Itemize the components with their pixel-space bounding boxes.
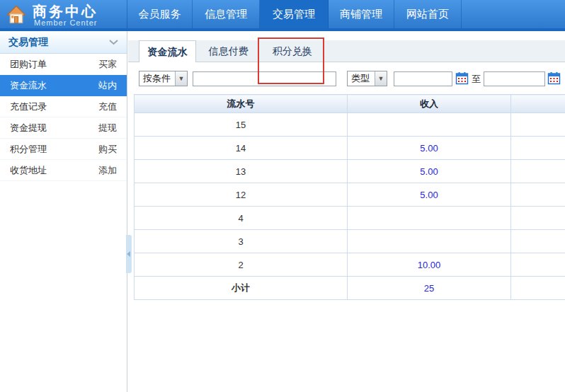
income-cell: 5.00 [348,183,511,207]
calendar-icon[interactable] [455,71,469,85]
sidebar: 交易管理 团购订单买家资金流水站内充值记录充值资金提现提现积分管理购买收货地址添… [0,31,127,392]
table-row: 15 [135,113,565,137]
nav-item[interactable]: 交易管理 [260,0,329,28]
serial-cell: 4 [135,207,348,230]
top-nav: 会员服务信息管理交易管理商铺管理网站首页 [127,0,462,28]
subtotal-label: 小计 [135,277,348,300]
tab-fund-flow[interactable]: 资金流水 [139,40,196,62]
sidebar-header[interactable]: 交易管理 [0,31,127,54]
sidebar-item[interactable]: 积分管理购买 [0,139,127,160]
nav-item[interactable]: 信息管理 [193,0,260,28]
serial-cell: 13 [135,160,348,183]
tab-points-exchange[interactable]: 积分兑换 [261,40,324,62]
serial-cell: 3 [135,230,348,253]
sidebar-item[interactable]: 收货地址添加 [0,160,127,181]
condition-select[interactable]: 按条件 ▼ [139,71,188,86]
column-header: 收入 [348,95,511,113]
extra-cell [511,183,565,207]
tab-bar: 资金流水信息付费积分兑换 [128,40,565,62]
date-to-input[interactable] [484,71,545,86]
date-from-input[interactable] [394,71,452,86]
income-cell [348,113,511,137]
column-header [511,95,565,113]
nav-item[interactable]: 会员服务 [127,0,193,28]
extra-cell [511,253,565,277]
sidebar-item-tag: 提现 [98,122,117,134]
table-row: 3 [135,230,565,253]
serial-cell: 2 [135,253,348,277]
sidebar-item[interactable]: 资金流水站内 [0,75,127,96]
tab-info-pay[interactable]: 信息付费 [196,40,261,62]
nav-item[interactable]: 网站首页 [394,0,462,28]
chevron-down-icon: ▼ [375,71,387,86]
table-row: 4 [135,207,565,230]
sidebar-item-tag: 买家 [98,58,117,71]
sidebar-title: 交易管理 [8,36,48,49]
extra-cell [511,277,565,300]
date-range-to-label: 至 [472,73,481,86]
type-select-label: 类型 [351,72,370,85]
nav-item[interactable]: 商铺管理 [329,0,394,28]
fund-flow-table: 流水号收入 15145.00135.00125.0043210.00小计25 [134,94,565,300]
table-header: 流水号收入 [135,95,565,113]
app-subtitle: Member Center [34,18,97,27]
income-cell: 10.00 [348,253,511,277]
serial-cell: 14 [135,137,348,160]
column-header: 流水号 [135,95,348,113]
sidebar-item-label: 积分管理 [10,143,47,156]
serial-cell: 12 [135,183,348,207]
sidebar-item[interactable]: 团购订单买家 [0,54,127,75]
main-content: 资金流水信息付费积分兑换 按条件 ▼ 类型 ▼ 至 流水号收入 [128,31,565,392]
type-select[interactable]: 类型 ▼ [347,71,387,86]
sidebar-item-tag: 购买 [98,143,117,156]
condition-select-label: 按条件 [143,72,171,85]
sidebar-collapse-handle[interactable] [126,235,132,273]
sidebar-items: 团购订单买家资金流水站内充值记录充值资金提现提现积分管理购买收货地址添加 [0,54,127,181]
keyword-input[interactable] [193,71,336,86]
chevron-down-icon: ▼ [175,71,187,86]
extra-cell [511,113,565,137]
extra-cell [511,207,565,230]
home-icon [6,4,27,25]
table-row: 125.00 [135,183,565,207]
sidebar-item-tag: 站内 [98,79,117,92]
serial-cell: 15 [135,113,348,137]
calendar-icon[interactable] [547,71,561,85]
sidebar-item-label: 资金流水 [10,79,47,92]
sidebar-item-label: 收货地址 [10,164,47,177]
income-cell [348,207,511,230]
chevron-down-icon [109,40,118,45]
extra-cell [511,160,565,183]
income-cell [348,230,511,253]
extra-cell [511,230,565,253]
subtotal-row: 小计25 [135,277,565,300]
extra-cell [511,137,565,160]
income-cell: 5.00 [348,137,511,160]
sidebar-item-label: 充值记录 [10,100,47,113]
sidebar-item-tag: 添加 [98,164,117,177]
table-row: 145.00 [135,137,565,160]
table-row: 135.00 [135,160,565,183]
sidebar-item-tag: 充值 [98,100,117,113]
sidebar-item[interactable]: 充值记录充值 [0,96,127,117]
subtotal-income: 25 [348,277,511,300]
app-header: 商务中心 Member Center 会员服务信息管理交易管理商铺管理网站首页 [0,0,565,31]
sidebar-item-label: 团购订单 [10,58,47,71]
sidebar-item-label: 资金提现 [10,122,47,134]
table-row: 210.00 [135,253,565,277]
income-cell: 5.00 [348,160,511,183]
sidebar-item[interactable]: 资金提现提现 [0,117,127,139]
